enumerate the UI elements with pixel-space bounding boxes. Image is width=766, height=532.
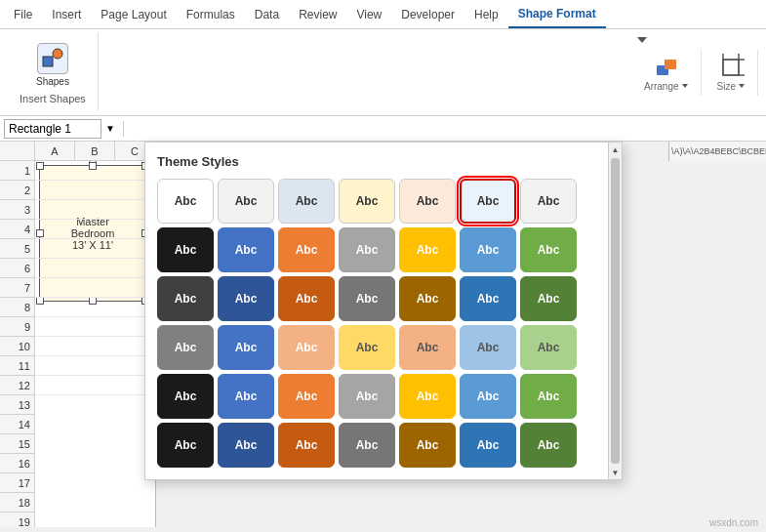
row-8: 8 — [0, 298, 34, 317]
theme-cell-0-2[interactable]: Abc — [278, 179, 335, 224]
theme-cell-4-1[interactable]: Abc — [218, 374, 274, 419]
theme-cell-3-1[interactable]: Abc — [218, 325, 274, 370]
theme-cell-2-6[interactable]: Abc — [520, 276, 577, 321]
row-headers: 1 2 3 4 5 6 7 8 9 10 11 12 13 14 15 16 1… — [0, 161, 35, 527]
theme-cell-5-4[interactable]: Abc — [399, 423, 456, 468]
theme-cell-4-6[interactable]: Abc — [520, 374, 577, 419]
theme-cell-2-3[interactable]: Abc — [339, 276, 395, 321]
theme-row-0: AbcAbcAbcAbcAbcAbcAbc — [157, 179, 610, 224]
theme-cell-1-4[interactable]: Abc — [399, 227, 456, 272]
watermark: wsxdn.com — [709, 517, 758, 528]
tab-view[interactable]: View — [346, 0, 391, 28]
tab-page-layout[interactable]: Page Layout — [91, 0, 176, 28]
theme-cell-1-2[interactable]: Abc — [278, 227, 335, 272]
shapes-button[interactable]: Shapes — [32, 39, 73, 91]
svg-rect-4 — [665, 60, 676, 69]
theme-cell-4-3[interactable]: Abc — [339, 374, 395, 419]
tab-help[interactable]: Help — [464, 0, 508, 28]
theme-cell-0-3[interactable]: Abc — [339, 179, 395, 224]
row-2: 2 — [0, 181, 34, 200]
row-3: 3 — [0, 200, 34, 220]
theme-cell-3-4[interactable]: Abc — [399, 325, 456, 370]
theme-cell-0-4[interactable]: Abc — [399, 179, 456, 224]
mid-handle-t[interactable] — [89, 162, 97, 170]
tab-file[interactable]: File — [4, 0, 42, 28]
theme-cell-4-4[interactable]: Abc — [399, 374, 456, 419]
theme-cell-4-2[interactable]: Abc — [278, 374, 335, 419]
tab-insert[interactable]: Insert — [42, 0, 91, 28]
row-7: 7 — [0, 278, 34, 298]
theme-cell-3-5[interactable]: Abc — [460, 325, 516, 370]
theme-cell-3-0[interactable]: Abc — [157, 325, 214, 370]
master-bedroom-shape[interactable]: Master Bedroom 13' X 11' — [39, 165, 146, 302]
tab-data[interactable]: Data — [245, 0, 289, 28]
theme-cell-0-0[interactable]: Abc — [157, 179, 214, 224]
theme-cell-0-6[interactable]: Abc — [520, 179, 577, 224]
theme-styles-panel: Theme Styles AbcAbcAbcAbcAbcAbcAbcAbcAbc… — [144, 142, 623, 480]
theme-cell-5-0[interactable]: Abc — [157, 423, 214, 468]
theme-cell-2-2[interactable]: Abc — [278, 276, 335, 321]
scrollbar[interactable]: ▲ ▼ — [608, 143, 622, 479]
mid-handle-b[interactable] — [89, 297, 97, 305]
shape-text-line1: Master — [76, 216, 109, 227]
corner-handle-tl[interactable] — [36, 162, 44, 170]
ribbon-group-shapes: Shapes Insert Shapes — [8, 33, 99, 111]
name-box-bar: ▼ — [0, 116, 766, 142]
row-19: 19 — [0, 512, 34, 527]
theme-row-5: AbcAbcAbcAbcAbcAbcAbc — [157, 423, 610, 468]
theme-row-4: AbcAbcAbcAbcAbcAbcAbc — [157, 374, 610, 419]
arrange-button[interactable]: Arrange — [632, 50, 702, 96]
shapes-icon — [37, 43, 68, 74]
insert-shapes-button[interactable]: Insert Shapes — [16, 91, 90, 106]
tab-formulas[interactable]: Formulas — [177, 0, 245, 28]
tab-review[interactable]: Review — [289, 0, 346, 28]
scroll-up-button[interactable]: ▲ — [609, 143, 622, 156]
dropdown-arrow[interactable] — [635, 33, 649, 50]
shape-text-line3: 13' X 11' — [72, 239, 113, 251]
row-18: 18 — [0, 493, 34, 512]
theme-cell-5-3[interactable]: Abc — [339, 423, 395, 468]
theme-cell-4-0[interactable]: Abc — [157, 374, 214, 419]
theme-grid: AbcAbcAbcAbcAbcAbcAbcAbcAbcAbcAbcAbcAbcA… — [157, 179, 610, 468]
svg-marker-5 — [682, 84, 688, 88]
row-15: 15 — [0, 434, 34, 454]
right-ribbon-groups: Arrange Size — [632, 33, 758, 111]
theme-cell-3-2[interactable]: Abc — [278, 325, 335, 370]
theme-cell-0-5[interactable]: Abc — [460, 179, 516, 224]
row-11: 11 — [0, 356, 34, 376]
theme-cell-1-0[interactable]: Abc — [157, 227, 214, 272]
theme-cell-5-6[interactable]: Abc — [520, 423, 577, 468]
theme-cell-5-2[interactable]: Abc — [278, 423, 335, 468]
col-header-a: A — [35, 142, 75, 160]
theme-cell-0-1[interactable]: Abc — [218, 179, 274, 224]
theme-cell-5-5[interactable]: Abc — [460, 423, 516, 468]
theme-cell-3-3[interactable]: Abc — [339, 325, 395, 370]
tab-shape-format[interactable]: Shape Format — [508, 0, 606, 28]
theme-cell-2-1[interactable]: Abc — [218, 276, 274, 321]
corner-handle-bl[interactable] — [36, 297, 44, 305]
scroll-down-button[interactable]: ▼ — [609, 466, 622, 479]
theme-cell-2-0[interactable]: Abc — [157, 276, 214, 321]
size-label: Size — [717, 81, 746, 92]
theme-cell-3-6[interactable]: Abc — [520, 325, 577, 370]
theme-cell-1-3[interactable]: Abc — [339, 227, 395, 272]
row-9: 9 — [0, 317, 34, 337]
theme-cell-1-5[interactable]: Abc — [460, 227, 516, 272]
tab-developer[interactable]: Developer — [391, 0, 464, 28]
shapes-label: Shapes — [36, 76, 69, 87]
theme-cell-4-5[interactable]: Abc — [460, 374, 516, 419]
row-16: 16 — [0, 454, 34, 473]
theme-cell-5-1[interactable]: Abc — [218, 423, 274, 468]
row-1: 1 — [0, 161, 34, 181]
name-box-input[interactable] — [4, 119, 101, 139]
theme-cell-2-5[interactable]: Abc — [460, 276, 516, 321]
size-button[interactable]: Size — [706, 50, 758, 96]
theme-cell-1-6[interactable]: Abc — [520, 227, 577, 272]
mid-handle-l[interactable] — [36, 229, 44, 237]
svg-rect-0 — [43, 57, 53, 66]
scrollbar-thumb[interactable] — [611, 158, 620, 464]
theme-row-3: AbcAbcAbcAbcAbcAbcAbc — [157, 325, 610, 370]
theme-cell-2-4[interactable]: Abc — [399, 276, 456, 321]
name-box-dropdown[interactable]: ▼ — [105, 123, 115, 134]
theme-cell-1-1[interactable]: Abc — [218, 227, 274, 272]
